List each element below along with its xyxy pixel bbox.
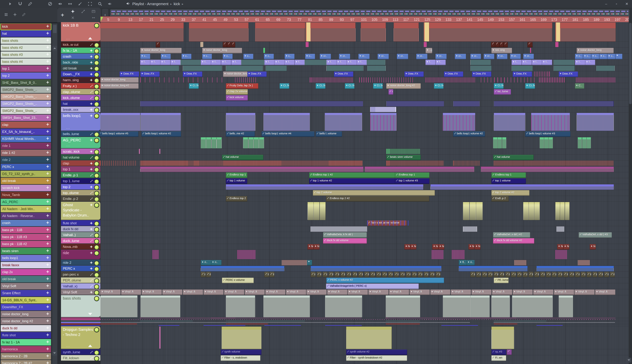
clip[interactable]	[481, 166, 614, 172]
clip[interactable]: Vinyl..ft	[162, 290, 182, 295]
clip[interactable]	[453, 101, 480, 106]
clip[interactable]: Vinyl..ft	[471, 290, 492, 295]
clip[interactable]	[424, 42, 427, 47]
picker-item[interactable]: harmonica	[1, 346, 51, 352]
clip[interactable]: PERC x volume #2	[326, 278, 444, 283]
track-header[interactable]: harm..sing	[61, 77, 100, 83]
clip[interactable]: p..	[540, 272, 545, 277]
picker-item[interactable]: clap	[1, 122, 51, 128]
clip[interactable]: Endless top 2 #2	[326, 196, 429, 202]
clip[interactable]: Vinyl..ft	[533, 290, 553, 295]
clip[interactable]	[140, 320, 193, 321]
clip[interactable]	[200, 42, 203, 47]
tool-link-icon[interactable]	[81, 10, 85, 14]
clip[interactable]: f..	[211, 60, 221, 65]
clip[interactable]	[326, 66, 363, 71]
clip[interactable]: Dow..FX	[559, 72, 578, 77]
clip[interactable]: p..	[476, 272, 481, 277]
clip[interactable]: p..	[382, 272, 387, 277]
track-mute-led[interactable]	[94, 251, 99, 256]
clip[interactable]: p..	[340, 272, 345, 277]
clip[interactable]: c..	[264, 54, 274, 59]
clip[interactable]: Fi..wn	[491, 355, 506, 361]
clip[interactable]: N..	[563, 244, 569, 250]
clip[interactable]	[470, 66, 492, 71]
clip[interactable]: N..	[438, 244, 444, 250]
clip[interactable]: fl..	[459, 260, 467, 266]
track-lane[interactable]	[100, 42, 629, 48]
clip[interactable]	[427, 22, 552, 42]
clip[interactable]	[556, 226, 565, 232]
clip[interactable]	[559, 295, 573, 317]
clip[interactable]: ri..	[201, 260, 211, 266]
clip[interactable]: f..	[532, 60, 542, 65]
clip[interactable]	[470, 60, 491, 65]
track-mute-led[interactable]	[94, 54, 99, 59]
clip[interactable]	[470, 202, 476, 220]
clip[interactable]: cr..	[397, 54, 408, 59]
clip[interactable]: p..	[352, 272, 357, 277]
track-header[interactable]: duck..lume	[61, 238, 100, 244]
track-collapse-down-icon[interactable]	[88, 313, 92, 315]
picker-item[interactable]: PERC x	[1, 164, 51, 170]
clip[interactable]	[255, 22, 305, 42]
clip[interactable]: Endless top 2	[226, 196, 247, 202]
track-mute-led[interactable]	[94, 296, 99, 301]
picker-scroll-up-button[interactable]	[52, 46, 57, 50]
clip[interactable]: Dow..FX	[404, 72, 424, 77]
clip[interactable]	[553, 66, 575, 71]
clip[interactable]: Dow..FX	[247, 72, 267, 77]
clip[interactable]: f..	[575, 60, 585, 65]
clip[interactable]: c..	[140, 54, 150, 59]
clip[interactable]	[100, 322, 470, 323]
clip[interactable]	[577, 113, 614, 131]
clip[interactable]: p..	[394, 272, 399, 277]
clip[interactable]	[201, 137, 206, 148]
track-lane[interactable]	[100, 220, 629, 226]
clip[interactable]	[159, 326, 160, 349]
collapsed-track-strip[interactable]	[61, 325, 100, 326]
track-lane[interactable]	[100, 244, 629, 250]
clip[interactable]	[226, 324, 268, 324]
clip[interactable]: Fruity Dela..lap 2x )	[226, 83, 258, 89]
track-mute-led[interactable]	[94, 23, 99, 28]
clip[interactable]: p..	[592, 272, 597, 277]
clip[interactable]: N..	[557, 244, 563, 250]
collapsed-track-strip[interactable]	[61, 318, 100, 319]
clip[interactable]	[361, 22, 386, 42]
track-header[interactable]: ride	[61, 250, 100, 259]
track-header[interactable]: hat volume	[61, 154, 100, 160]
clip[interactable]	[226, 113, 255, 131]
clip[interactable]	[263, 295, 310, 317]
track-mute-led[interactable]	[94, 96, 99, 100]
clip[interactable]	[308, 202, 313, 220]
track-lane[interactable]	[100, 83, 629, 89]
clip[interactable]	[494, 322, 615, 323]
clip[interactable]: f..	[274, 60, 284, 65]
tool-curve-icon[interactable]	[81, 16, 85, 20]
clip[interactable]: f..	[426, 60, 436, 65]
track-collapse-up-icon[interactable]	[88, 37, 92, 40]
clip[interactable]: ValhallaVintageVerb ( PERC x)	[326, 284, 419, 289]
clip[interactable]	[305, 60, 326, 65]
track-mute-led[interactable]	[94, 179, 99, 184]
clip[interactable]	[282, 260, 307, 266]
clip[interactable]: noise doctor_long	[202, 48, 242, 53]
clip[interactable]	[259, 137, 264, 148]
track-header[interactable]: Valhall..)	[61, 232, 100, 238]
track-mute-led[interactable]	[94, 350, 99, 355]
clip[interactable]: Vinyl..ft	[389, 290, 409, 295]
track-header[interactable]: break..xxx	[61, 107, 100, 112]
clip[interactable]: f..	[326, 60, 336, 65]
clip[interactable]	[576, 77, 615, 82]
track-header[interactable]: Fruity..x )	[61, 83, 100, 88]
clip[interactable]: p..	[424, 272, 429, 277]
track-mute-led[interactable]	[94, 290, 99, 295]
clip[interactable]	[367, 66, 386, 71]
clip[interactable]: top 1 volume #2	[309, 178, 395, 184]
picker-item[interactable]: KSHMR Vocal Words..	[1, 136, 51, 142]
clip[interactable]	[140, 101, 363, 106]
clip[interactable]	[459, 266, 528, 271]
clip[interactable]: Vinyl..ft	[203, 290, 224, 295]
clip[interactable]	[254, 137, 259, 148]
